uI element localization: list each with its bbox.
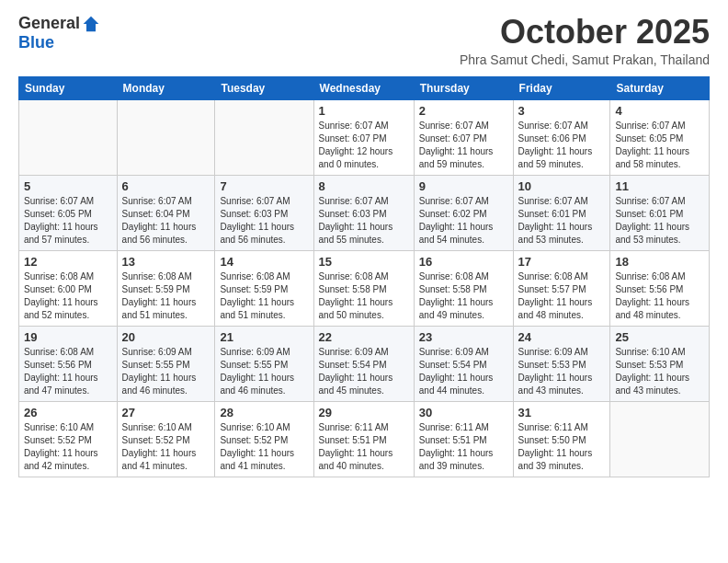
calendar-page: General Blue October 2025 Phra Samut Che… <box>0 0 728 563</box>
day-info: Sunrise: 6:09 AMSunset: 5:54 PMDaylight:… <box>419 346 508 397</box>
day-info: Sunrise: 6:07 AMSunset: 6:06 PMDaylight:… <box>518 120 606 171</box>
calendar-cell: 29Sunrise: 6:11 AMSunset: 5:51 PMDayligh… <box>313 401 414 477</box>
calendar-week-row: 1Sunrise: 6:07 AMSunset: 6:07 PMDaylight… <box>19 99 710 175</box>
calendar-week-row: 5Sunrise: 6:07 AMSunset: 6:05 PMDaylight… <box>19 175 710 250</box>
day-number: 15 <box>319 255 409 269</box>
calendar-cell: 3Sunrise: 6:07 AMSunset: 6:06 PMDaylight… <box>513 99 610 175</box>
day-info: Sunrise: 6:07 AMSunset: 6:01 PMDaylight:… <box>518 195 606 247</box>
calendar-cell: 2Sunrise: 6:07 AMSunset: 6:07 PMDaylight… <box>414 99 513 175</box>
day-info: Sunrise: 6:07 AMSunset: 6:05 PMDaylight:… <box>615 120 704 171</box>
calendar-cell: 21Sunrise: 6:09 AMSunset: 5:55 PMDayligh… <box>215 326 313 401</box>
calendar-cell: 28Sunrise: 6:10 AMSunset: 5:52 PMDayligh… <box>215 401 313 477</box>
calendar-cell: 23Sunrise: 6:09 AMSunset: 5:54 PMDayligh… <box>414 326 513 401</box>
day-number: 22 <box>319 330 409 344</box>
day-number: 18 <box>615 255 704 269</box>
calendar-cell: 12Sunrise: 6:08 AMSunset: 6:00 PMDayligh… <box>19 250 118 326</box>
day-info: Sunrise: 6:07 AMSunset: 6:01 PMDaylight:… <box>615 195 704 247</box>
calendar-cell: 15Sunrise: 6:08 AMSunset: 5:58 PMDayligh… <box>313 250 414 326</box>
calendar-cell: 6Sunrise: 6:07 AMSunset: 6:04 PMDaylight… <box>117 175 215 250</box>
day-number: 13 <box>122 255 210 269</box>
weekday-header-sunday: Sunday <box>19 76 118 99</box>
day-number: 8 <box>319 179 409 193</box>
weekday-header-friday: Friday <box>513 76 610 99</box>
day-info: Sunrise: 6:11 AMSunset: 5:51 PMDaylight:… <box>319 421 409 473</box>
calendar-cell: 16Sunrise: 6:08 AMSunset: 5:58 PMDayligh… <box>414 250 513 326</box>
day-info: Sunrise: 6:10 AMSunset: 5:52 PMDaylight:… <box>122 421 210 473</box>
logo-icon <box>82 15 100 33</box>
day-number: 31 <box>518 406 606 419</box>
day-number: 12 <box>24 255 112 269</box>
day-info: Sunrise: 6:08 AMSunset: 5:57 PMDaylight:… <box>518 270 606 322</box>
day-info: Sunrise: 6:08 AMSunset: 6:00 PMDaylight:… <box>24 270 112 322</box>
day-number: 19 <box>24 330 112 344</box>
month-title: October 2025 <box>460 14 710 51</box>
calendar-table: SundayMondayTuesdayWednesdayThursdayFrid… <box>18 76 710 477</box>
logo-general-text: General <box>18 14 80 33</box>
day-number: 4 <box>615 104 704 118</box>
day-info: Sunrise: 6:08 AMSunset: 5:58 PMDaylight:… <box>319 270 409 322</box>
weekday-header-monday: Monday <box>117 76 215 99</box>
calendar-cell <box>19 99 118 175</box>
day-number: 10 <box>518 179 606 193</box>
calendar-cell: 14Sunrise: 6:08 AMSunset: 5:59 PMDayligh… <box>215 250 313 326</box>
weekday-header-saturday: Saturday <box>610 76 710 99</box>
logo-blue-text: Blue <box>18 33 54 52</box>
weekday-header-wednesday: Wednesday <box>313 76 414 99</box>
calendar-cell: 4Sunrise: 6:07 AMSunset: 6:05 PMDaylight… <box>610 99 710 175</box>
day-number: 29 <box>319 406 409 419</box>
day-info: Sunrise: 6:10 AMSunset: 5:53 PMDaylight:… <box>615 346 704 397</box>
day-number: 9 <box>419 179 508 193</box>
day-info: Sunrise: 6:07 AMSunset: 6:04 PMDaylight:… <box>122 195 210 247</box>
day-number: 26 <box>24 406 112 419</box>
calendar-cell: 1Sunrise: 6:07 AMSunset: 6:07 PMDaylight… <box>313 99 414 175</box>
calendar-cell: 5Sunrise: 6:07 AMSunset: 6:05 PMDaylight… <box>19 175 118 250</box>
calendar-cell: 31Sunrise: 6:11 AMSunset: 5:50 PMDayligh… <box>513 401 610 477</box>
day-info: Sunrise: 6:07 AMSunset: 6:03 PMDaylight:… <box>220 195 308 247</box>
day-number: 11 <box>615 179 704 193</box>
day-number: 24 <box>518 330 606 344</box>
calendar-header: SundayMondayTuesdayWednesdayThursdayFrid… <box>19 76 710 99</box>
day-info: Sunrise: 6:07 AMSunset: 6:07 PMDaylight:… <box>319 120 409 171</box>
calendar-week-row: 26Sunrise: 6:10 AMSunset: 5:52 PMDayligh… <box>19 401 710 477</box>
calendar-cell: 20Sunrise: 6:09 AMSunset: 5:55 PMDayligh… <box>117 326 215 401</box>
day-info: Sunrise: 6:08 AMSunset: 5:59 PMDaylight:… <box>220 270 308 322</box>
calendar-cell: 24Sunrise: 6:09 AMSunset: 5:53 PMDayligh… <box>513 326 610 401</box>
day-info: Sunrise: 6:11 AMSunset: 5:50 PMDaylight:… <box>518 421 606 473</box>
day-number: 1 <box>319 104 409 118</box>
day-number: 7 <box>220 179 308 193</box>
day-number: 27 <box>122 406 210 419</box>
svg-marker-0 <box>84 16 99 31</box>
day-number: 30 <box>419 406 508 419</box>
day-info: Sunrise: 6:10 AMSunset: 5:52 PMDaylight:… <box>24 421 112 473</box>
weekday-header-thursday: Thursday <box>414 76 513 99</box>
day-number: 17 <box>518 255 606 269</box>
calendar-body: 1Sunrise: 6:07 AMSunset: 6:07 PMDaylight… <box>19 99 710 477</box>
calendar-cell: 10Sunrise: 6:07 AMSunset: 6:01 PMDayligh… <box>513 175 610 250</box>
day-number: 14 <box>220 255 308 269</box>
day-info: Sunrise: 6:09 AMSunset: 5:55 PMDaylight:… <box>220 346 308 397</box>
day-info: Sunrise: 6:08 AMSunset: 5:56 PMDaylight:… <box>615 270 704 322</box>
calendar-week-row: 12Sunrise: 6:08 AMSunset: 6:00 PMDayligh… <box>19 250 710 326</box>
logo: General Blue <box>18 14 100 52</box>
day-number: 5 <box>24 179 112 193</box>
day-info: Sunrise: 6:11 AMSunset: 5:51 PMDaylight:… <box>419 421 508 473</box>
calendar-cell <box>117 99 215 175</box>
day-info: Sunrise: 6:07 AMSunset: 6:05 PMDaylight:… <box>24 195 112 247</box>
header: General Blue October 2025 Phra Samut Che… <box>18 14 710 67</box>
day-info: Sunrise: 6:08 AMSunset: 5:59 PMDaylight:… <box>122 270 210 322</box>
day-info: Sunrise: 6:08 AMSunset: 5:58 PMDaylight:… <box>419 270 508 322</box>
calendar-cell: 17Sunrise: 6:08 AMSunset: 5:57 PMDayligh… <box>513 250 610 326</box>
day-info: Sunrise: 6:08 AMSunset: 5:56 PMDaylight:… <box>24 346 112 397</box>
calendar-cell: 18Sunrise: 6:08 AMSunset: 5:56 PMDayligh… <box>610 250 710 326</box>
calendar-cell: 9Sunrise: 6:07 AMSunset: 6:02 PMDaylight… <box>414 175 513 250</box>
calendar-cell: 13Sunrise: 6:08 AMSunset: 5:59 PMDayligh… <box>117 250 215 326</box>
calendar-cell: 7Sunrise: 6:07 AMSunset: 6:03 PMDaylight… <box>215 175 313 250</box>
day-info: Sunrise: 6:09 AMSunset: 5:54 PMDaylight:… <box>319 346 409 397</box>
day-number: 21 <box>220 330 308 344</box>
day-info: Sunrise: 6:07 AMSunset: 6:07 PMDaylight:… <box>419 120 508 171</box>
calendar-week-row: 19Sunrise: 6:08 AMSunset: 5:56 PMDayligh… <box>19 326 710 401</box>
weekday-header-row: SundayMondayTuesdayWednesdayThursdayFrid… <box>19 76 710 99</box>
day-info: Sunrise: 6:07 AMSunset: 6:03 PMDaylight:… <box>319 195 409 247</box>
day-number: 6 <box>122 179 210 193</box>
day-number: 20 <box>122 330 210 344</box>
